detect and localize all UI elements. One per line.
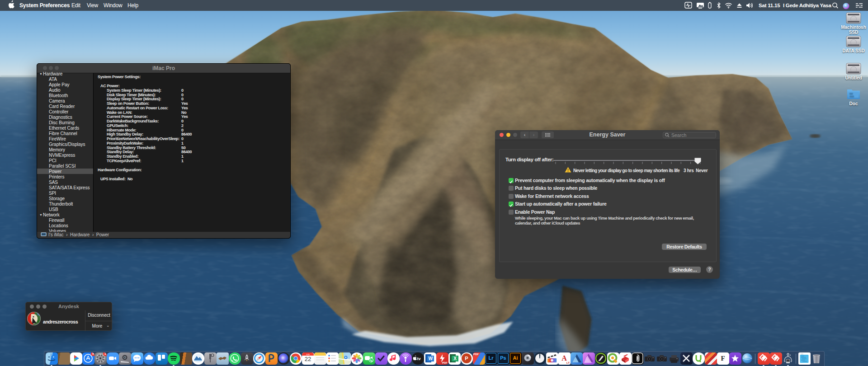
svg-text:▒▒▒▒: ▒▒▒▒ bbox=[849, 95, 854, 97]
svg-text:▒▒▒: ▒▒▒ bbox=[849, 93, 853, 94]
svg-text:tv: tv bbox=[417, 357, 421, 361]
